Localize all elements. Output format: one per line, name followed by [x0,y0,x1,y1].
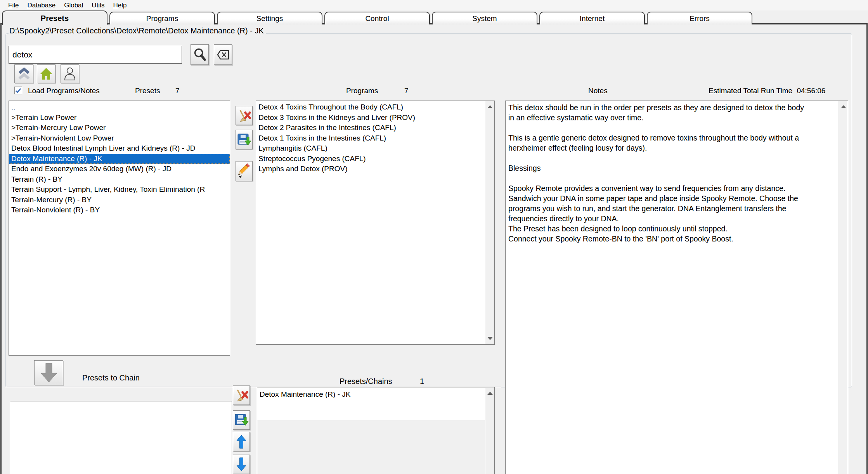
note-line [508,153,836,163]
preset-list-item[interactable]: >Terrain-Mercury Low Power [9,123,230,133]
move-down-icon [236,457,247,472]
save-preset-button[interactable] [236,130,253,149]
presets-to-chain-listbox[interactable] [10,401,232,474]
save-chain-button[interactable] [233,410,250,430]
scroll-down-icon[interactable] [487,337,493,340]
edit-preset-button[interactable] [236,161,253,181]
clean-delete-icon [237,108,251,123]
menu-item[interactable]: Help [109,0,131,10]
note-line: The Preset has been designed to loop con… [508,224,836,234]
notes-header: Notes [588,87,608,95]
program-list-item[interactable]: Detox 1 Toxins in the Intestines (CAFL) [256,133,484,144]
tab[interactable]: System [432,12,537,24]
program-list-item[interactable]: Streptococcus Pyogenes (CAFL) [256,154,484,164]
move-chain-item-down-button[interactable] [233,455,250,474]
note-line: Connect your Spooky Remote-BN to the 'BN… [508,234,836,244]
spooky2-presets-window: { "menu_bar": { "items": ["File", "Datab… [0,0,868,474]
estimated-run-time-label: Estimated Total Run Time [709,87,792,95]
note-line: This detox should be run in the order pe… [508,102,836,113]
program-list-item[interactable]: Detox 2 Parasites in the Intestines (CAF… [256,123,484,133]
estimated-run-time: Estimated Total Run Time 04:56:06 [709,87,825,95]
preset-list-item[interactable]: .. [9,102,230,113]
programs-listbox[interactable]: Detox 4 Toxins Throughout the Body (CAFL… [256,101,495,345]
menu-item[interactable]: Global [60,0,87,10]
clear-search-button[interactable] [214,44,232,65]
chains-scrollbar[interactable] [485,388,494,474]
presets-to-chain-label: Presets to Chain [82,373,140,382]
note-line [508,123,836,133]
menu-item[interactable]: Database [23,0,60,10]
preset-list-item[interactable]: Terrain-Nonviolent (R) - BY [9,205,230,215]
menu-bar: FileDatabaseGlobalUtilsHelp [0,0,868,10]
home-icon [39,67,53,80]
note-line: Blessings [508,163,836,173]
preset-list-item[interactable]: Terrain (R) - BY [9,174,230,185]
presets-header: Presets [135,87,160,95]
collapse-all-icon [17,68,31,80]
checkmark-icon [15,88,21,94]
note-line: Spooky Remote provides a convenient way … [508,183,836,193]
edit-pencil-icon [237,163,251,179]
preset-list-item[interactable]: >Terrain-Nonviolent Low Power [9,133,230,144]
estimated-run-time-value: 04:56:06 [797,87,825,95]
scroll-up-icon[interactable] [487,105,493,108]
scroll-up-icon[interactable] [487,392,493,395]
save-icon [237,132,251,147]
menu-item[interactable]: Utils [87,0,109,10]
clear-preset-button[interactable] [236,106,253,125]
tab[interactable]: Programs [109,12,215,24]
preset-list-item[interactable]: Endo and Exoenzymes 20v 60deg (MW) (R) -… [9,164,230,174]
program-list-item[interactable]: Lymphangitis (CAFL) [256,143,484,154]
add-preset-to-chain-button[interactable] [34,360,63,385]
note-line: Sandwich your DNA in some paper tape and… [508,193,836,203]
preset-list-item[interactable]: Detox Maintenance (R) - JK [9,154,230,164]
preset-list-item[interactable]: Terrain-Mercury (R) - BY [9,195,230,205]
home-button[interactable] [37,64,55,83]
note-line: herxheimer effect (feeling lousy for day… [508,143,836,153]
presets-chains-header: Presets/Chains [340,377,392,386]
tab[interactable]: Presets [2,10,107,25]
chains-list-item[interactable]: Detox Maintenance (R) - JK [257,389,484,400]
menu-item[interactable]: File [4,0,23,10]
program-list-item[interactable]: Detox 3 Toxins in the Kidneys and Liver … [256,113,484,123]
programs-header: Programs [346,87,378,95]
programs-scrollbar[interactable] [485,101,494,344]
scroll-up-icon[interactable] [841,105,846,108]
tab[interactable]: Settings [217,12,322,24]
notes-scrollbar[interactable] [839,101,847,474]
collapse-all-button[interactable] [14,64,33,83]
move-chain-item-up-button[interactable] [233,432,250,451]
note-line: programs you wish to run, and start the … [508,203,836,214]
presets-count: 7 [175,87,180,95]
search-icon [193,47,206,62]
notes-textbox[interactable]: This detox should be run in the order pe… [505,101,848,474]
save-icon [234,413,249,427]
add-to-chain-icon [40,363,58,383]
presets-chains-count: 1 [420,377,424,386]
load-programs-notes-checkbox[interactable] [14,87,22,94]
presets-chains-listbox[interactable]: Detox Maintenance (R) - JK [257,387,495,474]
note-line: frequencies directly to your DNA. [508,214,836,224]
user-button[interactable] [61,64,79,83]
tab-bar: PresetsProgramsSettingsControlSystemInte… [2,10,752,25]
program-list-item[interactable]: Lymphs and Detox (PROV) [256,164,484,174]
preset-path-caption: D:\Spooky2\Preset Collections\Detox\Remo… [9,26,266,35]
search-input[interactable] [9,46,182,64]
programs-count: 7 [404,87,409,95]
preset-list-item[interactable]: Terrain Support - Lymph, Liver, Kidney, … [9,184,230,195]
search-button[interactable] [191,44,209,65]
preset-list-item[interactable]: Detox Blood Intestinal Lymph Liver and K… [9,143,230,154]
load-programs-notes-label: Load Programs/Notes [28,87,100,95]
clear-chain-button[interactable] [233,385,250,405]
tab[interactable]: Control [324,12,430,24]
clear-backspace-icon [217,49,230,61]
tab[interactable]: Internet [539,12,645,24]
program-list-item[interactable]: Detox 4 Toxins Throughout the Body (CAFL… [256,102,484,113]
move-up-icon [236,434,247,449]
tab[interactable]: Errors [647,12,752,24]
preset-list-item[interactable]: >Terrain Low Power [9,113,230,123]
note-line: This is a gentle generic detox designed … [508,133,836,143]
presets-listbox[interactable]: ..>Terrain Low Power>Terrain-Mercury Low… [9,101,230,356]
clean-delete-icon [234,388,248,403]
user-icon [64,67,76,81]
